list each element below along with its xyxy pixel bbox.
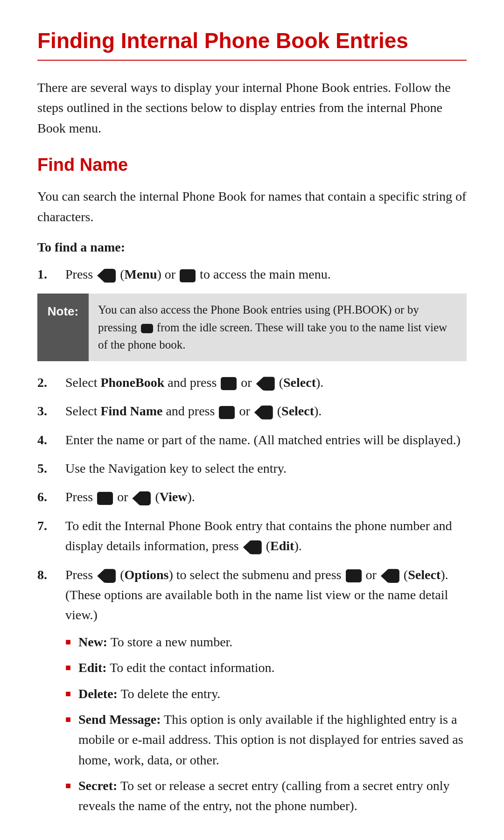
sub-content-secret: Secret: To set or release a secret entry… xyxy=(78,776,467,816)
page-title: Finding Internal Phone Book Entries xyxy=(37,28,467,53)
step-6-btn2 xyxy=(132,491,151,505)
note-box: Note: You can also access the Phone Book… xyxy=(37,294,467,361)
bullet-edit: ■ xyxy=(65,660,78,675)
step-5: 5. Use the Navigation key to select the … xyxy=(37,458,467,478)
step-8-options-btn xyxy=(97,569,116,583)
sub-item-secret: ■ Secret: To set or release a secret ent… xyxy=(65,776,467,816)
step-8: 8. Press (Options) to select the submenu… xyxy=(37,565,467,822)
step-7: 7. To edit the Internal Phone Book entry… xyxy=(37,516,467,556)
step-3: 3. Select Find Name and press or (Select… xyxy=(37,401,467,421)
step-8-content: Press (Options) to select the submenu an… xyxy=(65,565,467,822)
sub-options-list: ■ New: To store a new number. ■ Edit: To… xyxy=(65,632,467,816)
sub-content-send-message: Send Message: This option is only availa… xyxy=(78,709,467,770)
step-4-content: Enter the name or part of the name. (All… xyxy=(65,430,467,450)
step-5-num: 5. xyxy=(37,458,65,478)
step-6-content: Press or (View). xyxy=(65,487,467,507)
sub-item-delete: ■ Delete: To delete the entry. xyxy=(65,684,467,704)
sub-item-send-message: ■ Send Message: This option is only avai… xyxy=(65,709,467,770)
section-heading-find-name: Find Name xyxy=(37,155,467,175)
step-4-num: 4. xyxy=(37,430,65,450)
bullet-delete: ■ xyxy=(65,686,78,701)
step-3-content: Select Find Name and press or (Select). xyxy=(65,401,467,421)
step-7-num: 7. xyxy=(37,516,65,536)
step-5-content: Use the Navigation key to select the ent… xyxy=(65,458,467,478)
sub-item-edit: ■ Edit: To edit the contact information. xyxy=(65,658,467,678)
step-3-btn1 xyxy=(219,406,235,419)
note-box-item: Note: You can also access the Phone Book… xyxy=(37,294,467,361)
step-8-btn2 xyxy=(346,569,362,582)
bullet-secret: ■ xyxy=(65,778,78,793)
menu-button-left xyxy=(97,269,116,283)
step-6: 6. Press or (View). xyxy=(37,487,467,507)
step-4: 4. Enter the name or part of the name. (… xyxy=(37,430,467,450)
steps-label: To find a name: xyxy=(37,240,467,255)
step-2-content: Select PhoneBook and press or (Select). xyxy=(65,372,467,392)
title-divider xyxy=(37,60,467,61)
sub-content-delete: Delete: To delete the entry. xyxy=(78,684,467,704)
step-8-num: 8. xyxy=(37,565,65,585)
sub-content-edit: Edit: To edit the contact information. xyxy=(78,658,467,678)
steps-list: 1. Press (Menu) or to access the main me… xyxy=(37,264,467,822)
step-1-suffix: to access the main menu. xyxy=(200,267,331,281)
note-label: Note: xyxy=(37,294,89,361)
bullet-new: ■ xyxy=(65,635,78,649)
step-1-num: 1. xyxy=(37,264,65,284)
step-1: 1. Press (Menu) or to access the main me… xyxy=(37,264,467,284)
step-2-btn2 xyxy=(256,377,275,391)
step-2-num: 2. xyxy=(37,372,65,392)
step-1-menu-label: (Menu) or xyxy=(120,267,179,281)
step-6-num: 6. xyxy=(37,487,65,507)
step-1-text: Press xyxy=(65,267,96,281)
step-8-btn3 xyxy=(381,569,399,583)
step-2-btn1 xyxy=(221,377,237,390)
step-6-btn1 xyxy=(97,492,113,505)
note-button xyxy=(141,324,153,333)
note-content: You can also access the Phone Book entri… xyxy=(89,294,467,361)
step-2: 2. Select PhoneBook and press or (Select… xyxy=(37,372,467,392)
step-3-btn2 xyxy=(254,406,273,420)
step-1-content: Press (Menu) or to access the main menu. xyxy=(65,264,467,284)
menu-button-round xyxy=(180,269,196,282)
step-7-btn xyxy=(243,540,262,554)
step-3-num: 3. xyxy=(37,401,65,421)
step-7-content: To edit the Internal Phone Book entry th… xyxy=(65,516,467,556)
sub-content-new: New: To store a new number. xyxy=(78,632,467,652)
bullet-send-message: ■ xyxy=(65,712,78,727)
section-intro-text: You can search the internal Phone Book f… xyxy=(37,186,467,227)
intro-paragraph: There are several ways to display your i… xyxy=(37,77,467,138)
sub-item-new: ■ New: To store a new number. xyxy=(65,632,467,652)
